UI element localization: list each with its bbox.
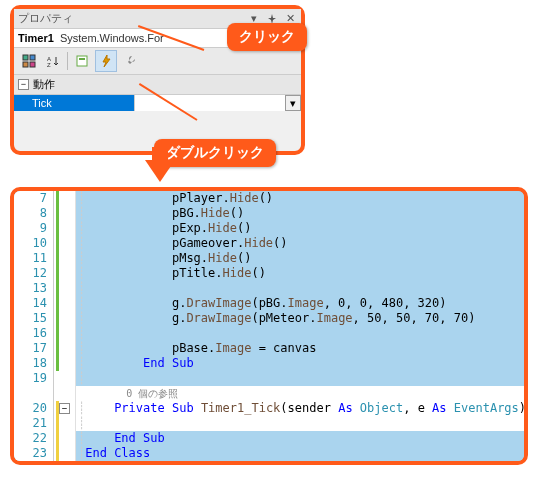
code-text[interactable]: ┊ pMsg.Hide()	[76, 251, 524, 266]
code-line[interactable]: 17┊ pBase.Image = canvas	[14, 341, 524, 356]
line-number: 17	[14, 341, 54, 356]
code-text[interactable]: ┊ pExp.Hide()	[76, 221, 524, 236]
code-text[interactable]: ┊ g.DrawImage(pBG.Image, 0, 0, 480, 320)	[76, 296, 524, 311]
editor-margin: −	[54, 401, 76, 416]
line-number: 23	[14, 446, 54, 461]
wrench-icon[interactable]	[119, 50, 141, 72]
svg-rect-6	[77, 56, 87, 66]
line-number: 10	[14, 236, 54, 251]
editor-margin	[54, 326, 76, 341]
code-text[interactable]: ┊ g.DrawImage(pMeteor.Image, 50, 50, 70,…	[76, 311, 524, 326]
code-text[interactable]: ┊	[76, 326, 524, 341]
reference-annotation: 0 個の参照	[14, 386, 524, 401]
code-line[interactable]: 12┊ pTitle.Hide()	[14, 266, 524, 281]
object-type: System.Windows.For	[60, 32, 164, 44]
editor-margin	[54, 371, 76, 386]
alphabetical-icon[interactable]: AZ	[42, 50, 64, 72]
code-line[interactable]: 7┊ pPlayer.Hide()	[14, 191, 524, 206]
code-line[interactable]: 14┊ g.DrawImage(pBG.Image, 0, 0, 480, 32…	[14, 296, 524, 311]
code-line[interactable]: 9┊ pExp.Hide()	[14, 221, 524, 236]
line-number: 16	[14, 326, 54, 341]
property-name: Tick	[14, 95, 134, 111]
properties-icon[interactable]	[71, 50, 93, 72]
editor-margin	[54, 191, 76, 206]
editor-margin	[54, 281, 76, 296]
editor-margin	[54, 311, 76, 326]
line-number: 14	[14, 296, 54, 311]
code-text[interactable]: ┊ pBG.Hide()	[76, 206, 524, 221]
object-name: Timer1	[18, 32, 54, 44]
editor-margin	[54, 221, 76, 236]
editor-margin	[54, 416, 76, 431]
svg-rect-2	[23, 62, 28, 67]
svg-text:Z: Z	[47, 62, 51, 68]
line-number: 19	[14, 371, 54, 386]
category-header[interactable]: − 動作	[14, 75, 301, 95]
code-text[interactable]: ┊	[76, 371, 524, 386]
svg-rect-1	[30, 55, 35, 60]
line-number: 13	[14, 281, 54, 296]
code-text[interactable]: ┊ pGameover.Hide()	[76, 236, 524, 251]
line-number: 12	[14, 266, 54, 281]
line-number: 11	[14, 251, 54, 266]
editor-margin	[54, 431, 76, 446]
flow-arrow-icon	[145, 160, 175, 182]
code-text[interactable]: ┊ pBase.Image = canvas	[76, 341, 524, 356]
code-text[interactable]: ┊ End Sub	[76, 356, 524, 371]
editor-margin	[54, 296, 76, 311]
line-number: 21	[14, 416, 54, 431]
properties-panel: プロパティ ▾ ✕ Timer1 System.Windows.For ▾ AZ…	[10, 5, 305, 155]
properties-toolbar: AZ	[14, 47, 301, 75]
code-text[interactable]: ┊End Class	[76, 446, 524, 461]
code-line[interactable]: 20−┊ Private Sub Timer1_Tick(sender As O…	[14, 401, 524, 416]
code-text[interactable]: ┊ pTitle.Hide()	[76, 266, 524, 281]
code-editor[interactable]: 7┊ pPlayer.Hide()8┊ pBG.Hide()9┊ pExp.Hi…	[10, 187, 528, 465]
svg-rect-7	[79, 58, 85, 60]
fold-icon[interactable]: −	[59, 403, 70, 414]
collapse-icon[interactable]: −	[18, 79, 29, 90]
events-icon[interactable]	[95, 50, 117, 72]
category-label: 動作	[33, 77, 55, 92]
line-number: 9	[14, 221, 54, 236]
code-line[interactable]: 16┊	[14, 326, 524, 341]
code-line[interactable]: 10┊ pGameover.Hide()	[14, 236, 524, 251]
code-text[interactable]: ┊ End Sub	[76, 431, 524, 446]
editor-margin	[54, 206, 76, 221]
line-number: 8	[14, 206, 54, 221]
editor-margin	[54, 236, 76, 251]
editor-margin	[54, 251, 76, 266]
code-line[interactable]: 15┊ g.DrawImage(pMeteor.Image, 50, 50, 7…	[14, 311, 524, 326]
editor-margin	[54, 446, 76, 461]
code-text[interactable]: ┊	[76, 416, 524, 431]
editor-margin	[54, 356, 76, 371]
svg-rect-0	[23, 55, 28, 60]
code-line[interactable]: 19┊	[14, 371, 524, 386]
code-text[interactable]: ┊ pPlayer.Hide()	[76, 191, 524, 206]
code-line[interactable]: 22┊ End Sub	[14, 431, 524, 446]
separator	[67, 52, 68, 70]
code-text[interactable]: ┊	[76, 281, 524, 296]
editor-margin	[54, 266, 76, 281]
categorized-icon[interactable]	[18, 50, 40, 72]
code-line[interactable]: 23┊End Class	[14, 446, 524, 461]
line-number: 22	[14, 431, 54, 446]
code-line[interactable]: 11┊ pMsg.Hide()	[14, 251, 524, 266]
chevron-down-icon[interactable]: ▾	[285, 95, 301, 111]
editor-margin	[54, 341, 76, 356]
code-line[interactable]: 21┊	[14, 416, 524, 431]
line-number: 18	[14, 356, 54, 371]
line-number: 15	[14, 311, 54, 326]
line-number: 7	[14, 191, 54, 206]
code-line[interactable]: 18┊ End Sub	[14, 356, 524, 371]
property-row-tick[interactable]: Tick ▾	[14, 95, 301, 111]
panel-title: プロパティ	[18, 11, 243, 26]
callout-click: クリック	[227, 23, 307, 51]
code-text[interactable]: ┊ Private Sub Timer1_Tick(sender As Obje…	[76, 401, 524, 416]
line-number: 20	[14, 401, 54, 416]
svg-rect-3	[30, 62, 35, 67]
code-line[interactable]: 13┊	[14, 281, 524, 296]
code-line[interactable]: 8┊ pBG.Hide()	[14, 206, 524, 221]
